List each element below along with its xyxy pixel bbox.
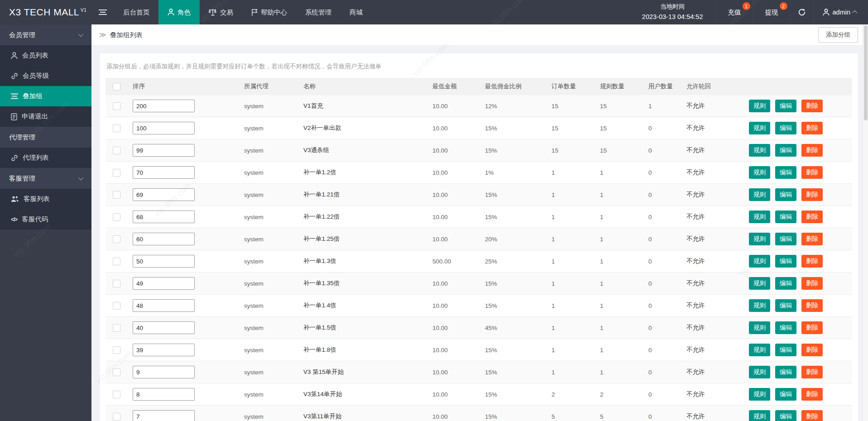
delete-button[interactable]: 删除: [801, 233, 823, 245]
sort-input[interactable]: [133, 321, 195, 334]
sidebar-item-service-code[interactable]: </> 客服代码: [0, 209, 91, 230]
sort-input[interactable]: [133, 100, 195, 112]
scrollbar-thumb[interactable]: [864, 25, 868, 120]
sidebar-section-agent-management[interactable]: 代理管理: [0, 127, 91, 148]
edit-button[interactable]: 编辑: [775, 122, 796, 134]
row-checkbox[interactable]: [113, 124, 120, 132]
row-checkbox[interactable]: [113, 302, 120, 310]
sort-input[interactable]: [133, 388, 195, 401]
edit-button[interactable]: 编辑: [775, 410, 796, 421]
edit-button[interactable]: 编辑: [775, 210, 796, 223]
edit-button[interactable]: 编辑: [775, 344, 796, 356]
sort-input[interactable]: [133, 277, 195, 290]
row-checkbox[interactable]: [113, 391, 120, 398]
edit-button[interactable]: 编辑: [775, 188, 796, 201]
row-checkbox[interactable]: [113, 213, 120, 221]
row-checkbox[interactable]: [113, 368, 120, 376]
delete-button[interactable]: 删除: [801, 166, 823, 179]
row-checkbox[interactable]: [113, 413, 120, 421]
edit-button[interactable]: 编辑: [775, 366, 796, 378]
sort-input[interactable]: [133, 410, 195, 421]
sort-input[interactable]: [133, 122, 195, 134]
row-checkbox[interactable]: [113, 346, 120, 354]
sort-input[interactable]: [133, 366, 195, 378]
edit-button[interactable]: 编辑: [775, 299, 796, 312]
nav-item-mall[interactable]: 商城: [340, 0, 372, 24]
row-checkbox[interactable]: [113, 169, 120, 177]
delete-button[interactable]: 删除: [801, 277, 823, 290]
rule-button[interactable]: 规则: [749, 344, 770, 356]
delete-button[interactable]: 删除: [801, 144, 823, 157]
row-checkbox[interactable]: [113, 147, 120, 154]
rule-button[interactable]: 规则: [749, 366, 770, 378]
rule-button[interactable]: 规则: [749, 122, 770, 134]
rule-button[interactable]: 规则: [749, 233, 770, 245]
row-checkbox[interactable]: [113, 324, 120, 332]
delete-button[interactable]: 删除: [801, 210, 823, 223]
edit-button[interactable]: 编辑: [775, 277, 796, 290]
rule-button[interactable]: 规则: [749, 321, 770, 334]
delete-button[interactable]: 删除: [801, 255, 823, 268]
sort-input[interactable]: [133, 188, 195, 201]
row-checkbox[interactable]: [113, 280, 120, 287]
nav-item-help-center[interactable]: 帮助中心: [242, 0, 296, 24]
select-all-checkbox[interactable]: [113, 83, 120, 91]
rule-button[interactable]: 规则: [749, 277, 770, 290]
edit-button[interactable]: 编辑: [775, 255, 796, 268]
delete-button[interactable]: 删除: [801, 188, 823, 201]
edit-button[interactable]: 编辑: [775, 144, 796, 157]
nav-item-home[interactable]: 后台首页: [114, 0, 158, 24]
delete-button[interactable]: 删除: [801, 321, 823, 334]
sort-input[interactable]: [133, 166, 195, 179]
delete-button[interactable]: 删除: [801, 122, 823, 134]
sidebar-section-member-management[interactable]: 会员管理: [0, 24, 91, 45]
nav-item-system[interactable]: 系统管理: [296, 0, 340, 24]
sidebar-item-member-level[interactable]: 会员等级: [0, 66, 91, 86]
edit-button[interactable]: 编辑: [775, 100, 796, 112]
delete-button[interactable]: 删除: [801, 299, 823, 312]
hamburger-button[interactable]: [91, 0, 114, 24]
nav-item-role[interactable]: 角色: [158, 0, 200, 24]
delete-button[interactable]: 删除: [801, 410, 823, 421]
rule-button[interactable]: 规则: [749, 166, 770, 179]
sidebar-item-apply-exit[interactable]: 申请退出: [0, 106, 91, 127]
row-checkbox[interactable]: [113, 102, 120, 110]
rule-button[interactable]: 规则: [749, 299, 770, 312]
rule-button[interactable]: 规则: [749, 100, 770, 112]
refresh-button[interactable]: [790, 0, 813, 24]
admin-menu[interactable]: admin: [813, 0, 868, 24]
sort-input[interactable]: [133, 344, 195, 356]
delete-button[interactable]: 删除: [801, 388, 823, 401]
sort-input[interactable]: [133, 233, 195, 245]
delete-button[interactable]: 删除: [801, 366, 823, 378]
edit-button[interactable]: 编辑: [775, 321, 796, 334]
sidebar-item-service-list[interactable]: 客服列表: [0, 189, 91, 209]
sidebar-item-member-list[interactable]: 会员列表: [0, 45, 91, 66]
sidebar-section-service-management[interactable]: 客服管理: [0, 168, 91, 189]
edit-button[interactable]: 编辑: [775, 388, 796, 401]
sidebar-item-agent-list[interactable]: 代理列表: [0, 148, 91, 168]
row-checkbox[interactable]: [113, 235, 120, 243]
rule-button[interactable]: 规则: [749, 188, 770, 201]
edit-button[interactable]: 编辑: [775, 166, 796, 179]
sort-input[interactable]: [133, 299, 195, 312]
rule-button[interactable]: 规则: [749, 144, 770, 157]
delete-button[interactable]: 删除: [801, 100, 823, 112]
rule-button[interactable]: 规则: [749, 210, 770, 223]
rule-button[interactable]: 规则: [749, 388, 770, 401]
rule-button[interactable]: 规则: [749, 255, 770, 268]
edit-button[interactable]: 编辑: [775, 233, 796, 245]
sort-input[interactable]: [133, 255, 195, 268]
recharge-button[interactable]: 充值 1: [716, 0, 753, 24]
table-row: system V3第11单开始 10.00 15% 5 5 0 不允许 规则 编…: [106, 406, 852, 421]
nav-item-trade[interactable]: 交易: [200, 0, 242, 24]
withdraw-button[interactable]: 提现 2: [753, 0, 790, 24]
row-checkbox[interactable]: [113, 191, 120, 199]
sort-input[interactable]: [133, 144, 195, 157]
delete-button[interactable]: 删除: [801, 344, 823, 356]
rule-button[interactable]: 规则: [749, 410, 770, 421]
add-group-button[interactable]: 添加分组: [818, 27, 858, 43]
row-checkbox[interactable]: [113, 258, 120, 265]
sidebar-item-stack-group[interactable]: 叠加组: [0, 86, 91, 106]
sort-input[interactable]: [133, 210, 195, 223]
